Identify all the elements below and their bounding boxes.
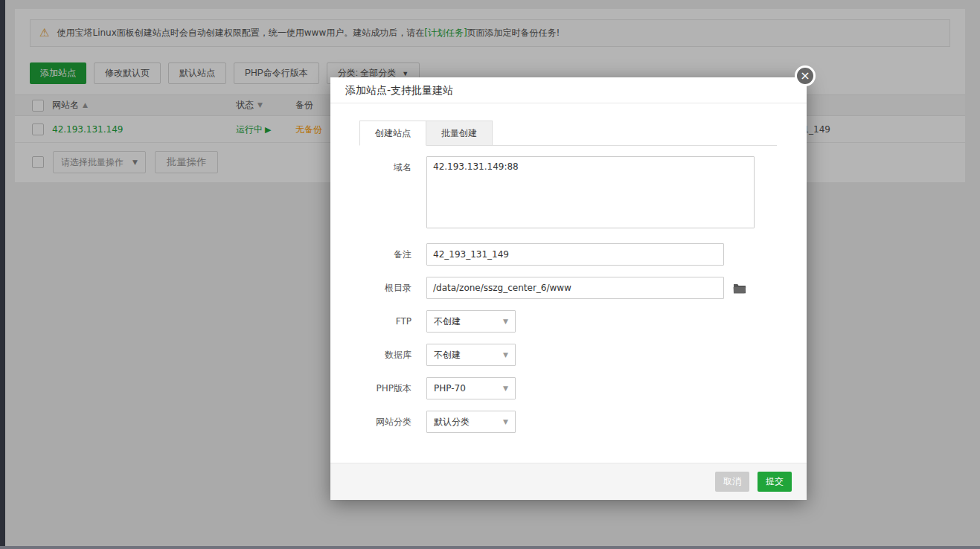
add-site-form: 域名 42.193.131.149:88 备注 根目录 FTP 不创建 ▼ xyxy=(330,156,807,433)
close-icon[interactable]: × xyxy=(795,65,816,86)
ftp-row: FTP 不创建 ▼ xyxy=(330,310,807,333)
chevron-down-icon: ▼ xyxy=(503,385,508,392)
database-select-value: 不创建 xyxy=(434,349,461,362)
php-version-select[interactable]: PHP-70 ▼ xyxy=(426,377,516,399)
remark-label: 备注 xyxy=(330,243,411,266)
database-row: 数据库 不创建 ▼ xyxy=(330,344,807,366)
cancel-button[interactable]: 取消 xyxy=(715,472,749,492)
domain-label: 域名 xyxy=(330,156,411,179)
ftp-label: FTP xyxy=(330,310,411,333)
modal-title: 添加站点-支持批量建站 xyxy=(330,77,807,103)
remark-row: 备注 xyxy=(330,243,807,266)
domain-textarea[interactable]: 42.193.131.149:88 xyxy=(426,156,755,228)
php-version-select-value: PHP-70 xyxy=(434,383,466,394)
chevron-down-icon: ▼ xyxy=(503,318,508,325)
database-label: 数据库 xyxy=(330,344,411,366)
modal-footer: 取消 提交 xyxy=(330,463,807,500)
folder-icon[interactable] xyxy=(733,283,746,294)
root-dir-label: 根目录 xyxy=(330,277,411,299)
database-select[interactable]: 不创建 ▼ xyxy=(426,344,516,366)
php-version-row: PHP版本 PHP-70 ▼ xyxy=(330,377,807,399)
tab-batch-create[interactable]: 批量创建 xyxy=(426,121,493,146)
site-category-label: 网站分类 xyxy=(330,411,411,433)
ftp-select[interactable]: 不创建 ▼ xyxy=(426,310,516,333)
remark-input[interactable] xyxy=(426,243,724,266)
site-category-select-value: 默认分类 xyxy=(434,416,470,428)
php-version-label: PHP版本 xyxy=(330,377,411,399)
modal-tabs: 创建站点 批量创建 xyxy=(359,121,777,146)
ftp-select-value: 不创建 xyxy=(434,315,461,328)
site-category-row: 网站分类 默认分类 ▼ xyxy=(330,411,807,433)
domain-row: 域名 42.193.131.149:88 xyxy=(330,156,807,228)
site-category-select[interactable]: 默认分类 ▼ xyxy=(426,411,516,433)
root-dir-input[interactable] xyxy=(426,277,724,299)
screen: ⚠ 使用宝塔Linux面板创建站点时会自动创建权限配置，统一使用www用户。建站… xyxy=(0,0,980,549)
chevron-down-icon: ▼ xyxy=(503,418,508,426)
root-dir-row: 根目录 xyxy=(330,277,807,299)
chevron-down-icon: ▼ xyxy=(503,351,508,359)
tab-create-site[interactable]: 创建站点 xyxy=(359,121,426,146)
submit-button[interactable]: 提交 xyxy=(758,472,792,492)
add-site-modal: × 添加站点-支持批量建站 创建站点 批量创建 域名 42.193.131.14… xyxy=(330,77,807,500)
